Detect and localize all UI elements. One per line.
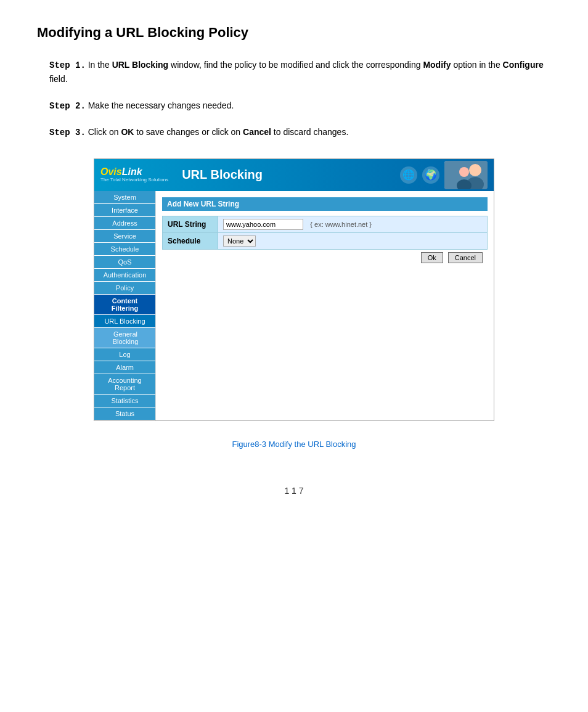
globe-icon-1: 🌐: [400, 166, 417, 184]
sidebar-item-system[interactable]: System: [94, 191, 155, 204]
step-1-block: Step 1. In the URL Blocking window, find…: [49, 58, 551, 86]
cancel-button[interactable]: Cancel: [448, 252, 483, 263]
step-3-block: Step 3. Click on OK to save changes or c…: [49, 125, 551, 139]
header-photo: [444, 161, 488, 189]
step-3-text-before: Click on: [88, 127, 121, 137]
step-2-label: Step 2.: [49, 101, 86, 111]
page-number: 1 1 7: [37, 486, 551, 496]
figure-container: OvisLink The Total Networking Solutions …: [94, 158, 494, 421]
schedule-label: Schedule: [163, 232, 218, 249]
sidebar-item-qos[interactable]: QoS: [94, 256, 155, 269]
sidebar-item-interface[interactable]: Interface: [94, 204, 155, 217]
schedule-cell: None: [218, 232, 488, 249]
sidebar-item-general-blocking[interactable]: General Blocking: [94, 328, 155, 348]
step-1-bold1: URL Blocking: [112, 60, 169, 70]
step-3-bold1: OK: [121, 127, 134, 137]
sidebar-item-authentication[interactable]: Authentication: [94, 269, 155, 282]
button-row: Ok Cancel: [162, 250, 488, 266]
router-body: System Interface Address Service Schedul…: [94, 191, 494, 420]
logo-tagline: The Total Networking Solutions: [100, 177, 168, 183]
url-string-label: URL String: [163, 216, 218, 232]
sidebar-item-accounting-report[interactable]: Accounting Report: [94, 374, 155, 395]
schedule-select[interactable]: None: [223, 235, 256, 247]
step-1-text-before: In the: [88, 60, 112, 70]
ok-button[interactable]: Ok: [421, 252, 443, 263]
sidebar-item-statistics[interactable]: Statistics: [94, 395, 155, 407]
step-3-text-end: to discard changes.: [274, 127, 348, 137]
step-3-text-middle: to save changes or click on: [136, 127, 243, 137]
sidebar-item-content-filtering[interactable]: Content Filtering: [94, 295, 155, 315]
page-title: Modifying a URL Blocking Policy: [37, 25, 551, 41]
step-3-label: Step 3.: [49, 128, 86, 137]
url-string-input[interactable]: [223, 219, 303, 230]
sidebar-item-alarm[interactable]: Alarm: [94, 361, 155, 374]
ovislink-logo: OvisLink The Total Networking Solutions: [100, 167, 168, 183]
sidebar-item-status[interactable]: Status: [94, 407, 155, 420]
step-3-bold2: Cancel: [243, 127, 271, 137]
sidebar-item-schedule[interactable]: Schedule: [94, 243, 155, 256]
router-header: OvisLink The Total Networking Solutions …: [94, 159, 494, 191]
step-2-block: Step 2. Make the necessary changes neede…: [49, 99, 551, 113]
globe-icon-2: 🌍: [422, 166, 439, 184]
router-header-title: URL Blocking: [182, 168, 400, 182]
url-blocking-form: URL String { ex: www.hinet.net } Schedul…: [162, 216, 488, 250]
step-1-text-middle: window, find the policy to be modified a…: [171, 60, 423, 70]
sidebar-item-service[interactable]: Service: [94, 230, 155, 243]
step-1-text-end: field.: [49, 74, 68, 84]
sidebar-item-address[interactable]: Address: [94, 217, 155, 230]
sidebar: System Interface Address Service Schedul…: [94, 191, 156, 420]
router-main: Add New URL String URL String { ex: www.…: [156, 191, 494, 420]
step-1-label: Step 1.: [49, 60, 86, 70]
svg-point-3: [459, 167, 469, 177]
section-title: Add New URL String: [162, 197, 488, 211]
step-1-text-after: option in the: [453, 60, 502, 70]
url-string-hint: { ex: www.hinet.net }: [310, 221, 372, 228]
step-1-bold3: Configure: [503, 60, 544, 70]
url-string-row: URL String { ex: www.hinet.net }: [163, 216, 488, 232]
sidebar-item-log[interactable]: Log: [94, 348, 155, 361]
step-2-text: Make the necessary changes needed.: [88, 100, 234, 110]
figure-caption: Figure8-3 Modify the URL Blocking: [37, 440, 551, 449]
schedule-row: Schedule None: [163, 232, 488, 249]
svg-point-1: [469, 164, 481, 176]
url-string-cell: { ex: www.hinet.net }: [218, 216, 488, 232]
sidebar-item-policy[interactable]: Policy: [94, 282, 155, 295]
sidebar-item-url-blocking[interactable]: URL Blocking: [94, 315, 155, 328]
header-icons: 🌐 🌍: [400, 161, 488, 189]
logo-brand: OvisLink: [100, 167, 168, 177]
step-1-bold2: Modify: [423, 60, 451, 70]
